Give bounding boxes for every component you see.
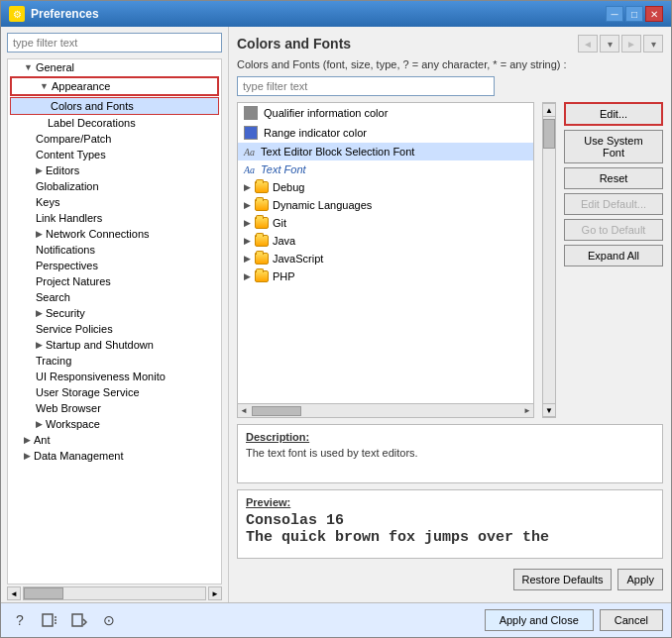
list-group-debug[interactable]: ▶ Debug bbox=[238, 178, 533, 196]
export-icon[interactable] bbox=[39, 609, 60, 631]
scroll-left-arrow[interactable]: ◄ bbox=[7, 586, 21, 600]
sidebar-item-security[interactable]: ▶ Security bbox=[8, 305, 221, 321]
sidebar-item-appearance[interactable]: ▼ Appearance bbox=[10, 76, 219, 96]
scroll-thumb bbox=[543, 119, 555, 149]
sidebar-item-project-natures[interactable]: Project Natures bbox=[8, 273, 221, 289]
close-button[interactable]: ✕ bbox=[645, 6, 663, 22]
color-item-label: Text Editor Block Selection Font bbox=[261, 146, 414, 158]
cancel-button[interactable]: Cancel bbox=[600, 609, 663, 631]
sidebar-item-label: Service Policies bbox=[36, 323, 113, 335]
sidebar-item-label-decorations[interactable]: Label Decorations bbox=[8, 115, 221, 131]
help-icon[interactable]: ? bbox=[9, 609, 31, 631]
sidebar-item-perspectives[interactable]: Perspectives bbox=[8, 258, 221, 273]
list-scroll-right[interactable]: ► bbox=[521, 406, 533, 415]
use-system-font-button[interactable]: Use System Font bbox=[564, 130, 663, 163]
maximize-button[interactable]: □ bbox=[625, 6, 643, 22]
page-title: Colors and Fonts bbox=[237, 36, 351, 52]
list-item[interactable]: Qualifier information color bbox=[238, 103, 533, 123]
preview-line1: Consolas 16 bbox=[246, 512, 654, 529]
expand-arrow: ▶ bbox=[24, 451, 31, 461]
description-text: The text font is used by text editors. bbox=[246, 447, 654, 459]
scroll-down-arrow[interactable]: ▼ bbox=[542, 403, 556, 417]
sidebar-item-globalization[interactable]: Globalization bbox=[8, 178, 221, 194]
settings-icon[interactable]: ⊙ bbox=[98, 609, 120, 631]
button-column: Edit... Use System Font Reset Edit Defau… bbox=[564, 102, 663, 418]
list-area: Qualifier information color Range indica… bbox=[237, 102, 534, 418]
folder-icon bbox=[255, 217, 269, 229]
group-arrow: ▶ bbox=[244, 254, 251, 264]
expand-arrow: ▶ bbox=[36, 340, 43, 350]
sidebar-item-colors-fonts[interactable]: Colors and Fonts bbox=[10, 97, 219, 115]
apply-button[interactable]: Apply bbox=[617, 569, 663, 590]
expand-arrow: ▼ bbox=[24, 62, 33, 72]
sidebar-item-network-connections[interactable]: ▶ Network Connections bbox=[8, 226, 221, 242]
scroll-track[interactable] bbox=[23, 586, 206, 600]
folder-icon bbox=[255, 235, 269, 247]
window-icon: ⚙ bbox=[9, 6, 25, 22]
sidebar-item-label: Security bbox=[46, 307, 85, 319]
aa-icon: Aa bbox=[244, 147, 255, 158]
folder-icon bbox=[255, 270, 269, 282]
expand-all-button[interactable]: Expand All bbox=[564, 245, 663, 266]
list-item[interactable]: Range indicator color bbox=[238, 123, 533, 143]
description-label: Description: bbox=[246, 431, 654, 443]
restore-defaults-button[interactable]: Restore Defaults bbox=[513, 569, 613, 590]
right-filter-input[interactable] bbox=[237, 76, 495, 96]
sidebar-item-content-types[interactable]: Content Types bbox=[8, 147, 221, 162]
scroll-up-arrow[interactable]: ▲ bbox=[542, 103, 556, 117]
forward-button[interactable]: ► bbox=[621, 35, 641, 53]
group-arrow: ▶ bbox=[244, 236, 251, 246]
sidebar-item-notifications[interactable]: Notifications bbox=[8, 242, 221, 258]
group-label: JavaScript bbox=[273, 253, 323, 265]
go-to-default-button[interactable]: Go to Default bbox=[564, 219, 663, 241]
sidebar-item-keys[interactable]: Keys bbox=[8, 194, 221, 210]
back-button[interactable]: ◄ bbox=[578, 35, 598, 53]
list-group-java[interactable]: ▶ Java bbox=[238, 232, 533, 250]
edit-button[interactable]: Edit... bbox=[564, 102, 663, 126]
sidebar-item-data-management[interactable]: ▶ Data Management bbox=[8, 448, 221, 464]
scroll-track[interactable] bbox=[543, 117, 555, 403]
sidebar-item-tracing[interactable]: Tracing bbox=[8, 353, 221, 369]
sidebar-item-user-storage[interactable]: User Storage Service bbox=[8, 384, 221, 400]
sidebar-item-label: Content Types bbox=[36, 149, 106, 160]
title-bar-left: ⚙ Preferences bbox=[9, 6, 99, 22]
import-icon[interactable] bbox=[68, 609, 90, 631]
sidebar-item-editors[interactable]: ▶ Editors bbox=[8, 162, 221, 178]
scroll-thumb bbox=[24, 587, 63, 599]
sidebar-item-service-policies[interactable]: Service Policies bbox=[8, 321, 221, 337]
sidebar-item-label: Perspectives bbox=[36, 260, 98, 271]
filter-input[interactable] bbox=[7, 33, 222, 53]
list-horizontal-scrollbar: ◄ ► bbox=[237, 404, 534, 418]
list-group-git[interactable]: ▶ Git bbox=[238, 214, 533, 232]
forward-dropdown-button[interactable]: ▾ bbox=[643, 35, 663, 53]
sidebar-item-link-handlers[interactable]: Link Handlers bbox=[8, 210, 221, 226]
sidebar-item-search[interactable]: Search bbox=[8, 289, 221, 305]
expand-arrow: ▶ bbox=[36, 419, 43, 429]
sidebar-item-compare-patch[interactable]: Compare/Patch bbox=[8, 131, 221, 147]
sidebar-item-label: Tracing bbox=[36, 355, 71, 367]
apply-close-button[interactable]: Apply and Close bbox=[485, 609, 594, 631]
edit-default-button[interactable]: Edit Default... bbox=[564, 193, 663, 215]
list-item[interactable]: Aa Text Font bbox=[238, 160, 533, 178]
sidebar-item-workspace[interactable]: ▶ Workspace bbox=[8, 416, 221, 432]
content-area: ▼ General ▼ Appearance Colors and Fonts … bbox=[1, 27, 671, 602]
reset-button[interactable]: Reset bbox=[564, 167, 663, 189]
list-group-dynamic-languages[interactable]: ▶ Dynamic Languages bbox=[238, 196, 533, 214]
list-group-javascript[interactable]: ▶ JavaScript bbox=[238, 250, 533, 267]
sidebar-item-label: Data Management bbox=[34, 450, 124, 462]
left-panel: ▼ General ▼ Appearance Colors and Fonts … bbox=[1, 27, 229, 602]
sidebar-item-ant[interactable]: ▶ Ant bbox=[8, 432, 221, 448]
list-scroll-left[interactable]: ◄ bbox=[238, 406, 250, 415]
sidebar-item-label: Link Handlers bbox=[36, 212, 102, 224]
scroll-right-arrow[interactable]: ► bbox=[208, 586, 222, 600]
back-dropdown-button[interactable]: ▾ bbox=[600, 35, 619, 53]
list-item-selected[interactable]: Aa Text Editor Block Selection Font bbox=[238, 143, 533, 160]
sidebar-item-ui-responsiveness[interactable]: UI Responsiveness Monito bbox=[8, 369, 221, 384]
minimize-button[interactable]: ─ bbox=[606, 6, 623, 22]
sidebar-item-general[interactable]: ▼ General bbox=[8, 59, 221, 75]
expand-arrow: ▶ bbox=[24, 435, 31, 445]
list-scroll-track[interactable] bbox=[250, 405, 521, 417]
sidebar-item-web-browser[interactable]: Web Browser bbox=[8, 400, 221, 416]
sidebar-item-startup-shutdown[interactable]: ▶ Startup and Shutdown bbox=[8, 337, 221, 353]
list-group-php[interactable]: ▶ PHP bbox=[238, 267, 533, 285]
